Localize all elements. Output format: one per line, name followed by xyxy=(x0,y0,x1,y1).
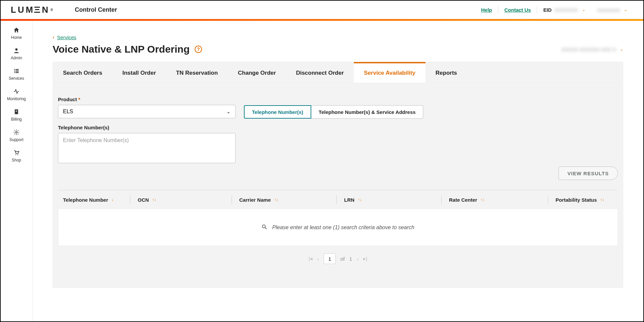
col-label: LRN xyxy=(344,197,355,203)
pager-next-icon[interactable]: › xyxy=(357,256,359,262)
tab-disconnect-order[interactable]: Disconnect Order xyxy=(286,62,354,83)
tab-search-orders[interactable]: Search Orders xyxy=(53,62,112,83)
seg-telephone-numbers[interactable]: Telephone Number(s) xyxy=(244,105,311,119)
sidebar-item-label: Monitoring xyxy=(7,96,26,101)
tab-install-order[interactable]: Install Order xyxy=(112,62,166,83)
telephone-numbers-field: Telephone Number(s) xyxy=(58,125,618,163)
pager-first-icon[interactable]: |◂ xyxy=(309,256,313,262)
tab-reports[interactable]: Reports xyxy=(426,62,467,83)
column-separator xyxy=(130,195,130,204)
empty-message: Please enter at least one (1) search cri… xyxy=(272,224,414,231)
tab-bar: Search Orders Install Order TN Reservati… xyxy=(53,62,623,83)
gear-icon xyxy=(13,129,20,136)
eid-dropdown[interactable]: EID XXXXXXX ⌄ xyxy=(537,7,591,13)
product-field: Product * ELS ⌄ xyxy=(58,96,236,118)
col-label: Telephone Number xyxy=(63,197,108,203)
col-lrn[interactable]: LRN ↑↓ xyxy=(344,197,441,203)
column-separator xyxy=(548,195,548,204)
breadcrumb-services-link[interactable]: Services xyxy=(57,35,76,40)
sidebar-item-label: Support xyxy=(9,137,23,142)
sort-icon: ↑↓ xyxy=(480,197,485,202)
table-header: Telephone Number ↓ OCN ↑↓ Carrier Name ↑… xyxy=(58,190,618,209)
help-icon[interactable]: ? xyxy=(195,46,202,53)
sort-icon: ↑↓ xyxy=(600,197,604,202)
svg-point-10 xyxy=(15,154,16,155)
sidebar-item-admin[interactable]: Admin xyxy=(11,47,22,60)
logo-text: LUMΞN xyxy=(11,5,50,15)
telephone-numbers-label: Telephone Number(s) xyxy=(58,125,618,130)
layout: Home Admin Services Monitoring Billing S… xyxy=(1,21,643,321)
sort-icon: ↑↓ xyxy=(274,197,278,202)
column-separator xyxy=(441,195,442,204)
sort-icon: ↑↓ xyxy=(358,197,362,202)
account-name: XXXXX XXXXXX XXX X xyxy=(561,47,616,52)
billing-icon xyxy=(13,109,20,115)
sidebar-item-label: Billing xyxy=(11,117,22,122)
sidebar-item-billing[interactable]: Billing xyxy=(11,109,22,122)
sidebar-item-label: Home xyxy=(11,35,22,40)
pager-prev-icon[interactable]: ‹ xyxy=(317,256,319,262)
sidebar-item-services[interactable]: Services xyxy=(9,68,24,81)
column-separator xyxy=(232,195,232,204)
sidebar-item-home[interactable]: Home xyxy=(11,27,22,40)
tab-change-order[interactable]: Change Order xyxy=(228,62,286,83)
page-title: Voice Native & LNP Ordering xyxy=(53,44,190,55)
product-label-text: Product xyxy=(58,96,77,102)
pager: |◂ ‹ of 1 › ▸| xyxy=(58,246,618,277)
sidebar-item-support[interactable]: Support xyxy=(9,129,23,142)
search-mode-segment: Telephone Number(s) Telephone Number(s) … xyxy=(244,105,423,119)
main: ‹ Services Voice Native & LNP Ordering ?… xyxy=(33,21,643,321)
sidebar-item-monitoring[interactable]: Monitoring xyxy=(7,88,26,101)
activity-icon xyxy=(13,88,20,95)
help-link[interactable]: Help xyxy=(475,7,498,13)
table-empty-state: Please enter at least one (1) search cri… xyxy=(58,209,618,246)
product-select[interactable]: ELS ⌄ xyxy=(58,105,236,118)
user-dropdown[interactable]: xxxxxxxxx ⌄ xyxy=(591,7,634,13)
svg-rect-7 xyxy=(15,111,17,111)
tab-service-availability[interactable]: Service Availability xyxy=(354,62,426,83)
col-rate-center[interactable]: Rate Center ↑↓ xyxy=(449,197,548,203)
telephone-numbers-input[interactable] xyxy=(58,133,236,163)
sidebar-item-shop[interactable]: Shop xyxy=(12,149,21,163)
pager-last-icon[interactable]: ▸| xyxy=(363,256,367,262)
logo-reg: ® xyxy=(51,8,55,12)
sort-icon: ↑↓ xyxy=(152,197,156,202)
svg-line-13 xyxy=(265,228,267,229)
breadcrumb: ‹ Services xyxy=(53,34,623,40)
header: LUMΞN® Control Center Help Contact Us EI… xyxy=(1,1,643,19)
pager-current-input[interactable] xyxy=(324,253,336,264)
home-icon xyxy=(13,27,20,34)
required-asterisk: * xyxy=(78,96,80,102)
chevron-left-icon[interactable]: ‹ xyxy=(53,34,54,40)
seg-telephone-numbers-address[interactable]: Telephone Number(s) & Service Address xyxy=(311,105,423,119)
eid-value: XXXXXXX xyxy=(554,7,578,13)
panel: Product * ELS ⌄ Telephone Number(s) Tele… xyxy=(53,83,623,288)
app-name: Control Center xyxy=(75,6,117,13)
col-label: Rate Center xyxy=(449,197,477,203)
chevron-down-icon: ⌄ xyxy=(624,7,627,12)
account-selector[interactable]: XXXXX XXXXXX XXX X ⌄ xyxy=(561,47,623,52)
svg-rect-4 xyxy=(15,71,18,72)
col-portability-status[interactable]: Portability Status ↑↓ xyxy=(556,197,613,203)
svg-point-12 xyxy=(262,225,265,228)
col-ocn[interactable]: OCN ↑↓ xyxy=(138,197,232,203)
col-telephone-number[interactable]: Telephone Number ↓ xyxy=(63,197,130,203)
pager-total: 1 xyxy=(349,256,352,262)
sidebar-item-label: Shop xyxy=(12,158,21,163)
col-carrier-name[interactable]: Carrier Name ↑↓ xyxy=(239,197,336,203)
pager-of-label: of xyxy=(340,256,345,262)
svg-rect-1 xyxy=(14,69,15,70)
user-value: xxxxxxxxx xyxy=(597,7,620,13)
svg-point-0 xyxy=(15,48,18,51)
product-value: ELS xyxy=(63,109,73,115)
logo[interactable]: LUMΞN® xyxy=(11,5,55,15)
svg-rect-3 xyxy=(14,71,15,72)
col-label: Carrier Name xyxy=(239,197,271,203)
svg-point-11 xyxy=(17,154,18,155)
contact-link[interactable]: Contact Us xyxy=(498,7,537,13)
column-separator xyxy=(336,195,337,204)
view-results-button[interactable]: VIEW RESULTS xyxy=(559,167,618,180)
tab-tn-reservation[interactable]: TN Reservation xyxy=(166,62,228,83)
svg-point-9 xyxy=(16,132,17,133)
col-label: OCN xyxy=(138,197,149,203)
